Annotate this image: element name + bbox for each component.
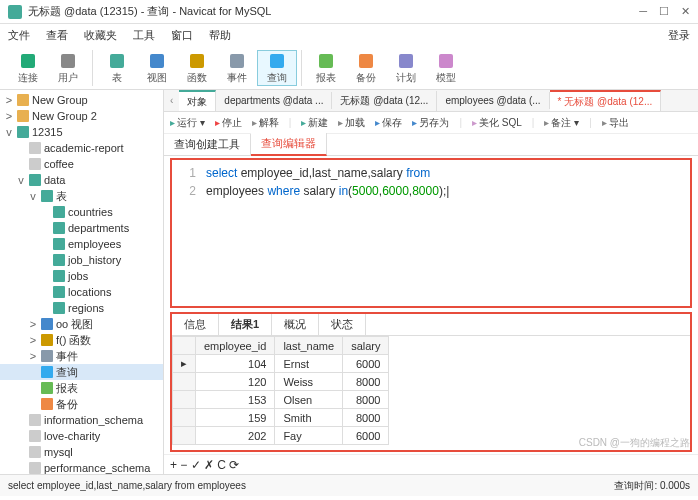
maximize-icon[interactable]: ☐: [659, 5, 669, 18]
qbtn-保存[interactable]: ▸保存: [375, 116, 402, 130]
status-time: 查询时间: 0.000s: [614, 479, 690, 493]
tree-job_history[interactable]: job_history: [0, 252, 163, 268]
tree-表[interactable]: v表: [0, 188, 163, 204]
watermark: CSDN @一狗的编程之路: [579, 436, 690, 450]
content-tab[interactable]: departments @data ...: [216, 92, 332, 109]
app-logo-icon: [8, 5, 22, 19]
tool-备份[interactable]: 备份: [346, 51, 386, 85]
sql-editor[interactable]: 1select employee_id,last_name,salary fro…: [170, 158, 692, 308]
svg-rect-10: [439, 54, 453, 68]
tree-love-charity[interactable]: love-charity: [0, 428, 163, 444]
qbtn-新建[interactable]: ▸新建: [301, 116, 328, 130]
tree-事件[interactable]: >事件: [0, 348, 163, 364]
qbtn-解释[interactable]: ▸解释: [252, 116, 279, 130]
tree-regions[interactable]: regions: [0, 300, 163, 316]
tab-info[interactable]: 信息: [172, 314, 219, 335]
qbtn-美化 SQL[interactable]: ▸美化 SQL: [472, 116, 522, 130]
status-query: select employee_id,last_name,salary from…: [8, 480, 614, 491]
tree-countries[interactable]: countries: [0, 204, 163, 220]
qbtn-备注 ▾[interactable]: ▸备注 ▾: [544, 116, 579, 130]
content-tab[interactable]: employees @data (...: [437, 92, 549, 109]
login-link[interactable]: 登录: [668, 28, 690, 43]
tool-查询[interactable]: 查询: [257, 50, 297, 86]
qbtn-停止[interactable]: ▸停止: [215, 116, 242, 130]
tool-视图[interactable]: 视图: [137, 51, 177, 85]
tree-jobs[interactable]: jobs: [0, 268, 163, 284]
tool-表[interactable]: 表: [97, 51, 137, 85]
tree-New Group[interactable]: >New Group: [0, 92, 163, 108]
col-salary[interactable]: salary: [343, 337, 389, 355]
tree-locations[interactable]: locations: [0, 284, 163, 300]
menu-窗口[interactable]: 窗口: [171, 28, 193, 43]
tree-New Group 2[interactable]: >New Group 2: [0, 108, 163, 124]
query-builder-tab[interactable]: 查询创建工具: [164, 134, 251, 155]
qbtn-加载[interactable]: ▸加载: [338, 116, 365, 130]
menu-帮助[interactable]: 帮助: [209, 28, 231, 43]
qbtn-另存为[interactable]: ▸另存为: [412, 116, 449, 130]
menu-查看[interactable]: 查看: [46, 28, 68, 43]
tool-计划[interactable]: 计划: [386, 51, 426, 85]
tab-profile[interactable]: 概况: [272, 314, 319, 335]
table-row[interactable]: 159Smith8000: [173, 409, 389, 427]
menu-文件[interactable]: 文件: [8, 28, 30, 43]
tree-coffee[interactable]: coffee: [0, 156, 163, 172]
close-icon[interactable]: ✕: [681, 5, 690, 18]
tree-报表[interactable]: 报表: [0, 380, 163, 396]
qbtn-运行 ▾[interactable]: ▸运行 ▾: [170, 116, 205, 130]
grid-nav-bar[interactable]: + − ✓ ✗ C ⟳: [164, 454, 698, 474]
svg-rect-3: [150, 54, 164, 68]
tree-12315[interactable]: v12315: [0, 124, 163, 140]
tree-information_schema[interactable]: information_schema: [0, 412, 163, 428]
tab-prev-icon[interactable]: ‹: [164, 92, 179, 109]
tree-academic-report[interactable]: academic-report: [0, 140, 163, 156]
tree-oo 视图[interactable]: >oo 视图: [0, 316, 163, 332]
tree-data[interactable]: vdata: [0, 172, 163, 188]
tree-备份[interactable]: 备份: [0, 396, 163, 412]
qbtn-导出[interactable]: ▸导出: [602, 116, 629, 130]
content-tab[interactable]: * 无标题 @data (12...: [550, 90, 662, 112]
menu-工具[interactable]: 工具: [133, 28, 155, 43]
content-tab[interactable]: 对象: [179, 90, 216, 112]
tool-连接[interactable]: 连接: [8, 51, 48, 85]
minimize-icon[interactable]: ─: [639, 5, 647, 18]
svg-rect-9: [399, 54, 413, 68]
tree-employees[interactable]: employees: [0, 236, 163, 252]
tree-departments[interactable]: departments: [0, 220, 163, 236]
svg-rect-8: [359, 54, 373, 68]
table-row[interactable]: 153Olsen8000: [173, 391, 389, 409]
svg-rect-0: [21, 54, 35, 68]
svg-rect-1: [61, 54, 75, 68]
menu-收藏夹[interactable]: 收藏夹: [84, 28, 117, 43]
svg-rect-4: [190, 54, 204, 68]
tab-result1[interactable]: 结果1: [219, 314, 272, 335]
tab-status[interactable]: 状态: [319, 314, 366, 335]
tree-f() 函数[interactable]: >f() 函数: [0, 332, 163, 348]
tool-用户[interactable]: 用户: [48, 51, 88, 85]
col-employee_id[interactable]: employee_id: [196, 337, 275, 355]
svg-rect-7: [319, 54, 333, 68]
col-last_name[interactable]: last_name: [275, 337, 343, 355]
tool-函数[interactable]: 函数: [177, 51, 217, 85]
table-row[interactable]: ▸104Ernst6000: [173, 355, 389, 373]
table-row[interactable]: 120Weiss8000: [173, 373, 389, 391]
tree-查询[interactable]: 查询: [0, 364, 163, 380]
content-tab[interactable]: 无标题 @data (12...: [332, 91, 437, 111]
svg-rect-5: [230, 54, 244, 68]
window-title: 无标题 @data (12315) - 查询 - Navicat for MyS…: [28, 4, 639, 19]
tool-事件[interactable]: 事件: [217, 51, 257, 85]
tree-mysql[interactable]: mysql: [0, 444, 163, 460]
table-row[interactable]: 202Fay6000: [173, 427, 389, 445]
tool-报表[interactable]: 报表: [306, 51, 346, 85]
tool-模型[interactable]: 模型: [426, 51, 466, 85]
tree-performance_schema[interactable]: performance_schema: [0, 460, 163, 474]
svg-rect-6: [270, 54, 284, 68]
query-editor-tab[interactable]: 查询编辑器: [251, 133, 327, 156]
svg-rect-2: [110, 54, 124, 68]
